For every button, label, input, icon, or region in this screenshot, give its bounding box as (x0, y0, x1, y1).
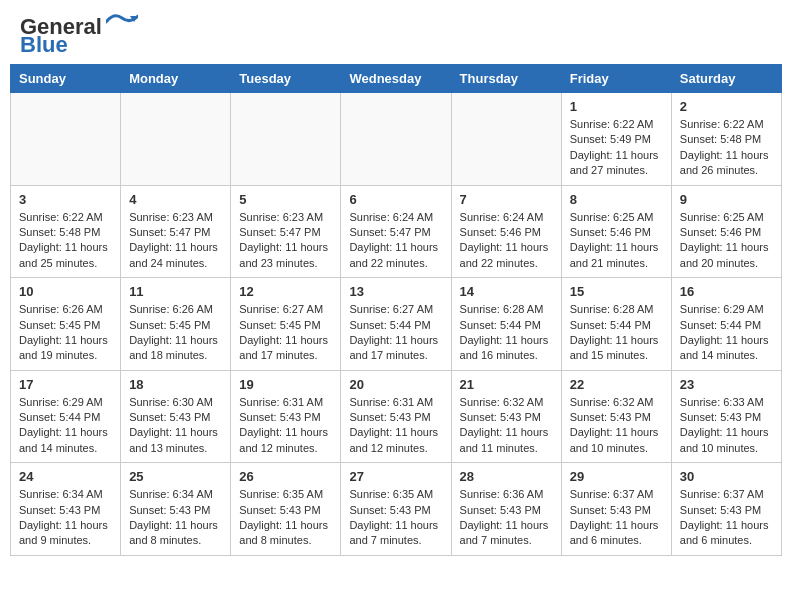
day-number: 23 (680, 377, 773, 392)
day-cell-empty-0-2 (231, 93, 341, 186)
day-info: Sunrise: 6:35 AMSunset: 5:43 PMDaylight:… (349, 487, 442, 549)
day-number: 11 (129, 284, 222, 299)
day-number: 27 (349, 469, 442, 484)
day-number: 8 (570, 192, 663, 207)
day-info: Sunrise: 6:32 AMSunset: 5:43 PMDaylight:… (460, 395, 553, 457)
day-info: Sunrise: 6:34 AMSunset: 5:43 PMDaylight:… (19, 487, 112, 549)
logo-bird-icon (106, 12, 138, 32)
day-info: Sunrise: 6:23 AMSunset: 5:47 PMDaylight:… (239, 210, 332, 272)
day-cell-25: 25Sunrise: 6:34 AMSunset: 5:43 PMDayligh… (121, 463, 231, 556)
day-cell-1: 1Sunrise: 6:22 AMSunset: 5:49 PMDaylight… (561, 93, 671, 186)
day-cell-2: 2Sunrise: 6:22 AMSunset: 5:48 PMDaylight… (671, 93, 781, 186)
day-cell-21: 21Sunrise: 6:32 AMSunset: 5:43 PMDayligh… (451, 370, 561, 463)
day-cell-22: 22Sunrise: 6:32 AMSunset: 5:43 PMDayligh… (561, 370, 671, 463)
day-number: 19 (239, 377, 332, 392)
day-header-sunday: Sunday (11, 65, 121, 93)
day-info: Sunrise: 6:32 AMSunset: 5:43 PMDaylight:… (570, 395, 663, 457)
day-cell-6: 6Sunrise: 6:24 AMSunset: 5:47 PMDaylight… (341, 185, 451, 278)
week-row-2: 3Sunrise: 6:22 AMSunset: 5:48 PMDaylight… (11, 185, 782, 278)
calendar-header-row: SundayMondayTuesdayWednesdayThursdayFrid… (11, 65, 782, 93)
week-row-1: 1Sunrise: 6:22 AMSunset: 5:49 PMDaylight… (11, 93, 782, 186)
day-info: Sunrise: 6:24 AMSunset: 5:47 PMDaylight:… (349, 210, 442, 272)
week-row-3: 10Sunrise: 6:26 AMSunset: 5:45 PMDayligh… (11, 278, 782, 371)
day-cell-empty-0-0 (11, 93, 121, 186)
day-header-tuesday: Tuesday (231, 65, 341, 93)
day-number: 18 (129, 377, 222, 392)
day-cell-5: 5Sunrise: 6:23 AMSunset: 5:47 PMDaylight… (231, 185, 341, 278)
day-cell-15: 15Sunrise: 6:28 AMSunset: 5:44 PMDayligh… (561, 278, 671, 371)
day-info: Sunrise: 6:31 AMSunset: 5:43 PMDaylight:… (239, 395, 332, 457)
day-number: 9 (680, 192, 773, 207)
day-info: Sunrise: 6:27 AMSunset: 5:44 PMDaylight:… (349, 302, 442, 364)
day-number: 30 (680, 469, 773, 484)
day-cell-3: 3Sunrise: 6:22 AMSunset: 5:48 PMDaylight… (11, 185, 121, 278)
day-cell-empty-0-1 (121, 93, 231, 186)
day-cell-empty-0-3 (341, 93, 451, 186)
day-cell-30: 30Sunrise: 6:37 AMSunset: 5:43 PMDayligh… (671, 463, 781, 556)
week-row-4: 17Sunrise: 6:29 AMSunset: 5:44 PMDayligh… (11, 370, 782, 463)
day-number: 25 (129, 469, 222, 484)
day-cell-12: 12Sunrise: 6:27 AMSunset: 5:45 PMDayligh… (231, 278, 341, 371)
day-header-wednesday: Wednesday (341, 65, 451, 93)
day-number: 5 (239, 192, 332, 207)
day-info: Sunrise: 6:22 AMSunset: 5:48 PMDaylight:… (19, 210, 112, 272)
day-cell-19: 19Sunrise: 6:31 AMSunset: 5:43 PMDayligh… (231, 370, 341, 463)
day-number: 3 (19, 192, 112, 207)
day-cell-20: 20Sunrise: 6:31 AMSunset: 5:43 PMDayligh… (341, 370, 451, 463)
day-cell-11: 11Sunrise: 6:26 AMSunset: 5:45 PMDayligh… (121, 278, 231, 371)
logo-text-blue: Blue (20, 34, 68, 56)
day-cell-23: 23Sunrise: 6:33 AMSunset: 5:43 PMDayligh… (671, 370, 781, 463)
day-info: Sunrise: 6:34 AMSunset: 5:43 PMDaylight:… (129, 487, 222, 549)
day-cell-27: 27Sunrise: 6:35 AMSunset: 5:43 PMDayligh… (341, 463, 451, 556)
day-number: 13 (349, 284, 442, 299)
day-info: Sunrise: 6:26 AMSunset: 5:45 PMDaylight:… (19, 302, 112, 364)
day-cell-29: 29Sunrise: 6:37 AMSunset: 5:43 PMDayligh… (561, 463, 671, 556)
day-cell-24: 24Sunrise: 6:34 AMSunset: 5:43 PMDayligh… (11, 463, 121, 556)
day-info: Sunrise: 6:28 AMSunset: 5:44 PMDaylight:… (460, 302, 553, 364)
day-header-saturday: Saturday (671, 65, 781, 93)
day-number: 7 (460, 192, 553, 207)
day-info: Sunrise: 6:35 AMSunset: 5:43 PMDaylight:… (239, 487, 332, 549)
day-cell-26: 26Sunrise: 6:35 AMSunset: 5:43 PMDayligh… (231, 463, 341, 556)
day-header-monday: Monday (121, 65, 231, 93)
day-info: Sunrise: 6:29 AMSunset: 5:44 PMDaylight:… (680, 302, 773, 364)
day-number: 17 (19, 377, 112, 392)
day-header-thursday: Thursday (451, 65, 561, 93)
day-info: Sunrise: 6:26 AMSunset: 5:45 PMDaylight:… (129, 302, 222, 364)
day-info: Sunrise: 6:37 AMSunset: 5:43 PMDaylight:… (680, 487, 773, 549)
day-number: 6 (349, 192, 442, 207)
day-cell-7: 7Sunrise: 6:24 AMSunset: 5:46 PMDaylight… (451, 185, 561, 278)
day-cell-13: 13Sunrise: 6:27 AMSunset: 5:44 PMDayligh… (341, 278, 451, 371)
logo: General Blue (20, 16, 138, 56)
day-number: 20 (349, 377, 442, 392)
day-cell-16: 16Sunrise: 6:29 AMSunset: 5:44 PMDayligh… (671, 278, 781, 371)
day-info: Sunrise: 6:31 AMSunset: 5:43 PMDaylight:… (349, 395, 442, 457)
day-number: 15 (570, 284, 663, 299)
day-number: 16 (680, 284, 773, 299)
day-info: Sunrise: 6:22 AMSunset: 5:49 PMDaylight:… (570, 117, 663, 179)
day-info: Sunrise: 6:22 AMSunset: 5:48 PMDaylight:… (680, 117, 773, 179)
day-info: Sunrise: 6:25 AMSunset: 5:46 PMDaylight:… (680, 210, 773, 272)
calendar-body: 1Sunrise: 6:22 AMSunset: 5:49 PMDaylight… (11, 93, 782, 556)
day-cell-8: 8Sunrise: 6:25 AMSunset: 5:46 PMDaylight… (561, 185, 671, 278)
calendar-table: SundayMondayTuesdayWednesdayThursdayFrid… (10, 64, 782, 556)
day-cell-empty-0-4 (451, 93, 561, 186)
week-row-5: 24Sunrise: 6:34 AMSunset: 5:43 PMDayligh… (11, 463, 782, 556)
day-number: 29 (570, 469, 663, 484)
day-cell-18: 18Sunrise: 6:30 AMSunset: 5:43 PMDayligh… (121, 370, 231, 463)
day-number: 24 (19, 469, 112, 484)
day-info: Sunrise: 6:24 AMSunset: 5:46 PMDaylight:… (460, 210, 553, 272)
day-cell-10: 10Sunrise: 6:26 AMSunset: 5:45 PMDayligh… (11, 278, 121, 371)
day-number: 14 (460, 284, 553, 299)
day-number: 21 (460, 377, 553, 392)
day-cell-4: 4Sunrise: 6:23 AMSunset: 5:47 PMDaylight… (121, 185, 231, 278)
day-number: 10 (19, 284, 112, 299)
day-cell-28: 28Sunrise: 6:36 AMSunset: 5:43 PMDayligh… (451, 463, 561, 556)
day-info: Sunrise: 6:37 AMSunset: 5:43 PMDaylight:… (570, 487, 663, 549)
day-info: Sunrise: 6:36 AMSunset: 5:43 PMDaylight:… (460, 487, 553, 549)
calendar-wrapper: SundayMondayTuesdayWednesdayThursdayFrid… (0, 64, 792, 566)
day-info: Sunrise: 6:33 AMSunset: 5:43 PMDaylight:… (680, 395, 773, 457)
day-cell-17: 17Sunrise: 6:29 AMSunset: 5:44 PMDayligh… (11, 370, 121, 463)
day-number: 12 (239, 284, 332, 299)
page-header: General Blue (0, 0, 792, 64)
